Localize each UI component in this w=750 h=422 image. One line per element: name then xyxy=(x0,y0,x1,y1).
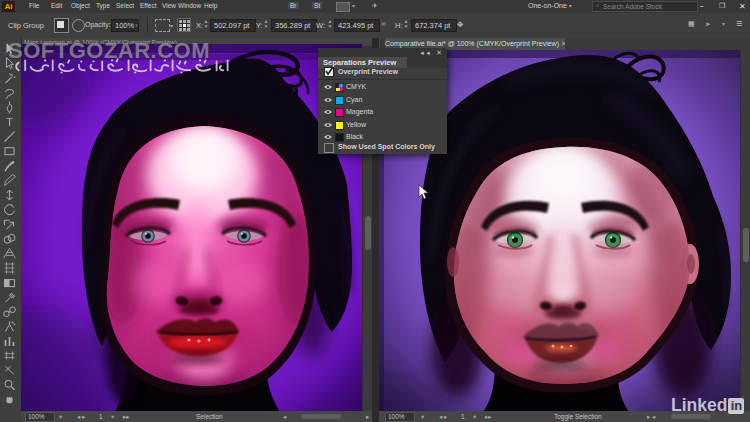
svg-text:T: T xyxy=(6,116,13,128)
